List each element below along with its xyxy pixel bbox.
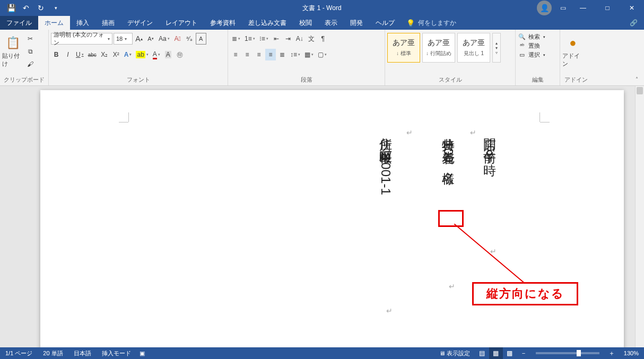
text-line-2[interactable]: 特典 先着100名様 [438,128,458,162]
tab-layout[interactable]: レイアウト [159,16,204,30]
tab-home[interactable]: ホーム [38,16,70,30]
subscript-button[interactable]: X₂ [99,49,110,60]
tell-me-search[interactable]: 💡 何をしますか [401,16,462,30]
style-heading1[interactable]: あア亜 見出し 1 [457,33,490,63]
text-line-1[interactable]: 開店 午前９時 [480,128,500,154]
read-mode-button[interactable]: ▤ [475,347,489,359]
char-border-button[interactable]: A [196,33,206,45]
multilevel-button[interactable]: ⁝≡▾ [258,33,270,45]
quick-access-toolbar: 💾 ↶ ↻ ▾ [0,1,63,15]
font-size-combo[interactable]: 18▾ [114,33,133,45]
italic-button[interactable]: I [63,49,73,60]
tab-developer[interactable]: 開発 [344,16,369,30]
grow-font-button[interactable]: A▴ [134,33,144,45]
underline-button[interactable]: U▾ [74,49,85,60]
phonetic-guide-button[interactable]: ᵃ⁄ₐ [184,33,195,45]
maximize-button[interactable]: □ [595,0,620,16]
account-icon[interactable]: 👤 [537,1,552,15]
tab-mailings[interactable]: 差し込み文書 [242,16,293,30]
vertical-scrollbar[interactable] [635,86,644,347]
align-center-button[interactable]: ≡ [242,49,253,60]
tab-help[interactable]: ヘルプ [369,16,401,30]
paste-icon: 📋 [4,34,21,52]
decrease-indent-button[interactable]: ⇤ [271,33,282,45]
borders-button[interactable]: ▢▾ [316,49,328,60]
tab-view[interactable]: 表示 [318,16,344,30]
bold-button[interactable]: B [51,49,62,60]
line-spacing-button[interactable]: ↕≡▾ [289,49,302,60]
save-icon[interactable]: 💾 [4,1,18,15]
superscript-button[interactable]: X² [111,49,121,60]
tab-design[interactable]: デザイン [121,16,159,30]
print-layout-button[interactable]: ▦ [489,347,503,359]
strike-button[interactable]: abc [86,49,98,60]
status-page[interactable]: 1/1 ページ [0,349,38,357]
display-settings[interactable]: 🖥 表示設定 [434,349,475,357]
numbering-button[interactable]: 1≡▾ [243,33,257,45]
highlight-button[interactable]: ab▾ [134,49,150,60]
close-button[interactable]: ✕ [620,0,644,16]
status-language[interactable]: 日本語 [68,349,97,357]
margin-mark [119,122,128,122]
tab-review[interactable]: 校閲 [293,16,318,30]
addins-button[interactable]: ● アドイン [562,32,584,68]
select-button[interactable]: ▭選択▾ [518,51,545,59]
format-painter-button[interactable]: 🖌 [24,58,36,70]
text-line-3[interactable]: 住所 中区桜町 1001-1 [376,128,396,195]
text-effects-button[interactable]: A▾ [123,49,134,60]
char-shading-button[interactable]: A [163,49,173,60]
style-normal[interactable]: あア亜 ↓ 標準 [387,33,420,63]
find-button[interactable]: 🔍検索▾ [518,33,545,41]
align-top-button[interactable]: ≡ [230,49,241,60]
ribbon: 📋 貼り付け ✂ ⧉ 🖌 クリップボード 游明朝 (本文のフォン▾ 18▾ A▴… [0,30,644,86]
style-gallery-more[interactable]: ▴▾▿ [492,33,501,63]
zoom-in-button[interactable]: ＋ [605,347,619,359]
tab-file[interactable]: ファイル [0,16,38,30]
undo-icon[interactable]: ↶ [19,1,33,15]
align-bottom-button[interactable]: ≡ [254,49,264,60]
tab-draw[interactable]: 描画 [95,16,121,30]
replace-button[interactable]: ᵃᵇ置換 [518,42,545,50]
minimize-button[interactable]: — [571,0,595,16]
share-button[interactable]: 🔗 [623,16,644,30]
collapse-ribbon-button[interactable]: ˄ [632,75,641,83]
document-page[interactable]: 開店 午前９時 特典 先着100名様 住所 中区桜町 1001-1 ↵ ↵ ↵ … [40,90,624,347]
zoom-slider-thumb[interactable] [577,350,581,356]
align-justify-button[interactable]: ≡ [265,49,276,60]
qat-customize-icon[interactable]: ▾ [49,1,63,15]
status-bar: 1/1 ページ 20 単語 日本語 挿入モード ▣ 🖥 表示設定 ▤ ▦ ▩ －… [0,347,644,359]
font-color-button[interactable]: A▾ [151,49,162,60]
bullets-button[interactable]: ≣▾ [230,33,242,45]
tab-references[interactable]: 参考資料 [204,16,242,30]
status-mode[interactable]: 挿入モード [97,349,136,357]
group-paragraph: ≣▾ 1≡▾ ⁝≡▾ ⇤ ⇥ A↓ 文 ¶ ≡ ≡ ≡ ≡ ≣ ↕≡▾ ▦▾ ▢… [228,30,385,85]
status-words[interactable]: 20 単語 [38,349,68,357]
text-direction-button[interactable]: 文 [306,33,317,45]
tab-insert[interactable]: 挿入 [70,16,95,30]
web-layout-button[interactable]: ▩ [503,347,517,359]
paste-button[interactable]: 📋 貼り付け [2,32,23,68]
change-case-button[interactable]: Aa▾ [157,33,171,45]
zoom-out-button[interactable]: － [517,347,530,359]
group-styles: あア亜 ↓ 標準 あア亜 ↓ 行間詰め あア亜 見出し 1 ▴▾▿ スタイル [385,30,516,85]
ribbon-display-icon[interactable]: ▭ [555,0,571,16]
style-nospacing[interactable]: あア亜 ↓ 行間詰め [422,33,455,63]
redo-icon[interactable]: ↻ [34,1,48,15]
increase-indent-button[interactable]: ⇥ [283,33,293,45]
show-marks-button[interactable]: ¶ [318,33,328,45]
zoom-slider[interactable] [536,352,599,354]
font-name-combo[interactable]: 游明朝 (本文のフォン▾ [51,33,112,45]
enclose-char-button[interactable]: ㊞ [175,49,185,60]
shrink-font-button[interactable]: A▾ [145,33,156,45]
ribbon-tabs: ファイル ホーム 挿入 描画 デザイン レイアウト 参考資料 差し込み文書 校閲… [0,16,644,30]
clear-format-button[interactable]: A⃠ [172,33,183,45]
scrollbar-thumb[interactable] [637,87,643,94]
cut-button[interactable]: ✂ [24,33,36,45]
callout-box: 縦方向になる [472,282,578,305]
distribute-button[interactable]: ≣ [277,49,288,60]
zoom-level[interactable]: 130% [619,350,644,356]
shading-button[interactable]: ▦▾ [303,49,315,60]
copy-button[interactable]: ⧉ [24,46,36,57]
sort-button[interactable]: A↓ [294,33,305,45]
macro-recording-icon[interactable]: ▣ [136,350,148,357]
